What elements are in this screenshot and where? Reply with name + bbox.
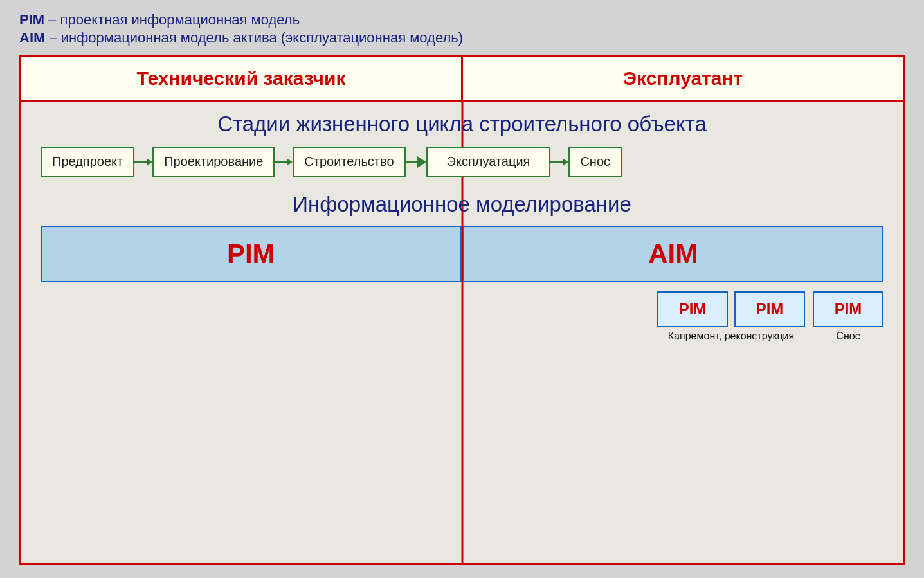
aim-label: AIM: [648, 239, 698, 269]
pim-acronym: PIM: [19, 12, 44, 28]
arrow-head-thick: [417, 156, 426, 168]
pim-block: PIM: [41, 226, 462, 282]
sub-pim-box-2: PIM: [734, 291, 805, 327]
sub-pim-box-1: PIM: [657, 291, 728, 327]
arrow-3: [550, 159, 568, 165]
aim-acronym: AIM: [19, 30, 45, 46]
arrow-line-1: [134, 161, 147, 163]
sub-box-group-kaprem: PIM PIM Капремонт, реконструкция: [657, 291, 805, 342]
legend-line-2: AIM – информационная модель актива (эксп…: [19, 30, 905, 46]
sub-boxes-row: PIM PIM Капремонт, реконструкция PIM Сно…: [41, 291, 883, 342]
stage-demolition: Снос: [568, 147, 622, 177]
stage-predproject: Предпроект: [41, 147, 134, 177]
aim-definition: – информационная модель актива (эксплуат…: [45, 30, 463, 46]
arrow-1: [134, 159, 152, 165]
arrow-line-2: [275, 161, 287, 163]
info-modeling-title: Информационное моделирование: [41, 192, 883, 217]
page-wrapper: PIM – проектная информационная модель AI…: [0, 0, 924, 578]
stage-exploitation: Эксплуатация: [426, 147, 551, 177]
arrow-thick: [406, 156, 426, 168]
aim-block: AIM: [463, 226, 884, 282]
sub-box-kaprem-boxes: PIM PIM: [657, 291, 805, 327]
sub-pim-box-3: PIM: [813, 291, 883, 327]
sub-label-snos: Снос: [836, 330, 860, 342]
arrow-head-2: [287, 159, 293, 165]
pim-definition: – проектная информационная модель: [44, 12, 300, 28]
models-row: PIM AIM: [41, 226, 883, 282]
arrow-head-3: [563, 159, 568, 165]
sub-label-kaprem: Капремонт, реконструкция: [668, 330, 794, 342]
stages-row: Предпроект Проектирование: [41, 147, 883, 177]
pim-label: PIM: [227, 239, 275, 269]
header-operator: Эксплуатант: [463, 57, 903, 100]
sub-box-group-snos: PIM Снос: [813, 291, 883, 342]
main-diagram-box: Технический заказчик Эксплуатант Стадии …: [19, 55, 905, 565]
stage-construction: Строительство: [293, 147, 405, 177]
arrow-line-thick: [406, 161, 417, 163]
arrow-head-1: [147, 159, 152, 165]
legend-line-1: PIM – проектная информационная модель: [19, 12, 905, 28]
arrow-2: [275, 159, 293, 165]
header-row: Технический заказчик Эксплуатант: [21, 57, 903, 102]
arrow-line-3: [550, 161, 563, 163]
header-technical-customer: Технический заказчик: [21, 57, 463, 100]
body-area: Стадии жизненного цикла строительного об…: [21, 102, 903, 563]
lifecycle-title: Стадии жизненного цикла строительного об…: [41, 112, 883, 136]
legend: PIM – проектная информационная модель AI…: [19, 12, 905, 46]
stage-design: Проектирование: [152, 147, 275, 177]
